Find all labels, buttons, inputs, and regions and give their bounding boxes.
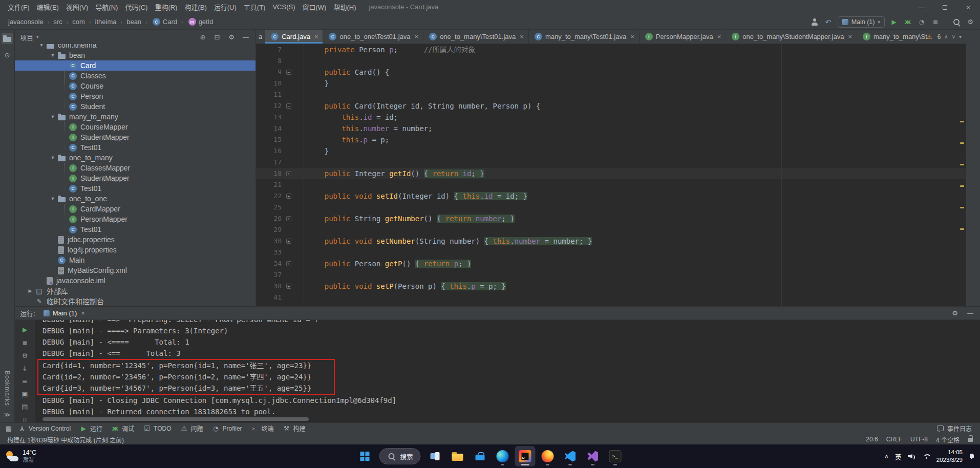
settings-icon[interactable]: ⚙ — [950, 309, 960, 318]
warning-stripe-mark[interactable] — [960, 164, 964, 165]
tree-item[interactable]: IClassesMapper — [15, 163, 255, 173]
ime-indicator[interactable]: 英 — [895, 452, 902, 461]
fold-closed-icon[interactable]: + — [286, 194, 291, 199]
editor-tab[interactable]: Cmany_to_many\Test01.java× — [529, 30, 640, 44]
tree-item[interactable]: CPerson — [15, 91, 255, 101]
tree-item[interactable]: ▼one_to_many — [15, 153, 255, 163]
file-encoding[interactable]: UTF-8 — [910, 436, 928, 443]
close-icon[interactable]: × — [415, 33, 419, 40]
taskbar-start[interactable] — [354, 446, 375, 466]
tree-item[interactable]: CClasses — [15, 71, 255, 81]
tree-item[interactable]: CTest01 — [15, 224, 255, 235]
code-line[interactable]: 22+ public void setId(Integer id) { this… — [256, 190, 966, 202]
run-tab[interactable]: Main (1) × — [40, 307, 88, 320]
fold-closed-icon[interactable]: + — [286, 239, 291, 244]
search-icon[interactable] — [952, 17, 961, 27]
print-icon[interactable]: ▤ — [20, 402, 30, 411]
editor-tab[interactable]: CCard.java× — [265, 30, 323, 44]
taskbar-vscode[interactable] — [560, 446, 581, 466]
code-line[interactable]: 21 — [256, 179, 966, 190]
menu-item[interactable]: VCS(S) — [269, 3, 299, 11]
tree-item[interactable]: IPersonMapper — [15, 214, 255, 224]
toolwindow-button-debug[interactable]: ж调试 — [106, 423, 138, 434]
code-line[interactable]: 8 — [256, 55, 966, 67]
taskbar-store[interactable] — [470, 446, 491, 466]
tray-expand-icon[interactable]: ∧ — [884, 453, 889, 460]
hidden-tabs-icon[interactable]: ▾ — [959, 34, 962, 39]
bookmarks-stripe-button[interactable]: Bookmarks — [4, 371, 11, 406]
caret-position[interactable]: 20:6 — [866, 436, 878, 443]
taskbar-terminal[interactable]: >_ — [605, 446, 626, 466]
code-line[interactable]: 12− public Card(Integer id, String numbe… — [256, 100, 966, 112]
tree-item[interactable]: CTest01 — [15, 183, 255, 194]
tree-item[interactable]: CTest01 — [15, 142, 255, 153]
editor-tab[interactable]: Imany_to_many\StudentMapper× — [857, 30, 927, 44]
stop-icon[interactable]: ■ — [931, 17, 940, 27]
close-icon[interactable]: × — [717, 33, 721, 40]
taskbar-edge[interactable] — [493, 446, 513, 466]
editor-tab[interactable]: IPersonMapper.java× — [640, 30, 727, 44]
fold-closed-icon[interactable]: + — [286, 261, 291, 266]
menu-item[interactable]: 构建(B) — [181, 2, 210, 12]
fold-closed-icon[interactable]: + — [286, 216, 291, 221]
taskbar-intellij[interactable]: IJ — [515, 446, 536, 466]
code-line[interactable]: 17 — [256, 157, 966, 168]
code-line[interactable]: 15 this.p = p; — [256, 134, 966, 145]
console-line[interactable]: DEBUG [main] - Closing JDBC Connection [… — [42, 395, 980, 406]
more-tool-windows-icon[interactable]: ≫ — [4, 411, 11, 418]
breadcrumb-item[interactable]: javaconsole — [8, 18, 44, 26]
taskbar-visual-studio[interactable] — [583, 446, 603, 466]
code-line[interactable]: 14 this.number = number; — [256, 123, 966, 134]
tree-item[interactable]: IStudentMapper — [15, 173, 255, 183]
tree-item[interactable]: CMain — [15, 255, 255, 265]
next-warning-icon[interactable]: ∨ — [952, 34, 955, 39]
console-output[interactable]: DEBUG [main] - ==> Preparing: SELECT * F… — [35, 320, 980, 422]
soft-wrap-icon[interactable]: ≡ — [20, 376, 30, 386]
commit-stripe-button[interactable]: ⊙ — [2, 49, 13, 60]
editor-tab[interactable]: Ione_to_many\StudentMapper.java× — [726, 30, 857, 44]
code-line[interactable]: 18+ public Integer getId() { return id; … — [256, 168, 966, 179]
minimize-button[interactable]: — — [909, 0, 933, 14]
network-icon[interactable] — [922, 453, 930, 459]
indent-setting[interactable]: 4 个空格 — [936, 435, 960, 444]
scroll-to-end-icon[interactable]: ↓ — [20, 364, 30, 373]
tree-item[interactable]: CCard — [15, 60, 255, 71]
tree-item[interactable]: ✎临时文件和控制台 — [15, 296, 255, 306]
fold-closed-icon[interactable]: + — [286, 284, 291, 289]
tree-item[interactable]: javaconsole.iml — [15, 275, 255, 286]
code-line[interactable]: 29 — [256, 224, 966, 236]
close-icon[interactable]: × — [630, 33, 634, 40]
tree-item[interactable]: ICardMapper — [15, 204, 255, 214]
user-icon[interactable] — [810, 17, 819, 27]
tree-item[interactable]: jdbc.properties — [15, 235, 255, 245]
close-icon[interactable]: × — [520, 33, 524, 40]
expand-arrow-icon[interactable]: ▼ — [49, 114, 57, 119]
fold-closed-icon[interactable]: + — [286, 171, 291, 176]
menu-item[interactable]: 帮助(H) — [330, 2, 359, 12]
toolwindow-button-problems[interactable]: ⚠问题 — [176, 423, 207, 434]
code-line[interactable]: 34+ public Person getP() { return p; } — [256, 258, 966, 269]
fold-open-icon[interactable]: − — [286, 70, 291, 75]
console-line[interactable]: Card{id=1, number='12345', p=Person{id=1… — [42, 360, 311, 371]
run-icon[interactable]: ▶ — [889, 17, 899, 27]
hide-icon[interactable]: — — [241, 32, 250, 41]
tree-item[interactable]: ▼one_to_one — [15, 194, 255, 204]
notifications-icon[interactable] — [969, 453, 975, 459]
taskbar-clock[interactable]: 14:05 2023/3/29 — [936, 449, 963, 464]
expand-arrow-icon[interactable]: ▶ — [26, 288, 34, 293]
close-icon[interactable]: × — [848, 33, 852, 40]
console-line[interactable]: DEBUG [main] - ====> Parameters: 3(Integ… — [42, 325, 980, 336]
console-line[interactable]: Card{id=3, number='34567', p=Person{id=3… — [42, 382, 311, 394]
settings-icon[interactable]: ⚙ — [966, 17, 975, 27]
menu-item[interactable]: 视图(V) — [62, 2, 92, 12]
console-line[interactable]: Card{id=2, number='23456', p=Person{id=2… — [42, 371, 311, 382]
code-line[interactable]: 13 this.id = id; — [256, 112, 966, 123]
maximize-button[interactable] — [933, 0, 956, 14]
toolwindow-button-terminal[interactable]: >_终端 — [246, 423, 278, 434]
menu-item[interactable]: 运行(U) — [210, 2, 240, 12]
close-icon[interactable]: × — [81, 309, 85, 317]
collapse-all-icon[interactable]: ⊟ — [212, 32, 222, 41]
readonly-lock-icon[interactable] — [968, 438, 973, 442]
breadcrumb-item[interactable]: bean — [126, 18, 141, 26]
menu-item[interactable]: 编辑(E) — [33, 2, 62, 12]
